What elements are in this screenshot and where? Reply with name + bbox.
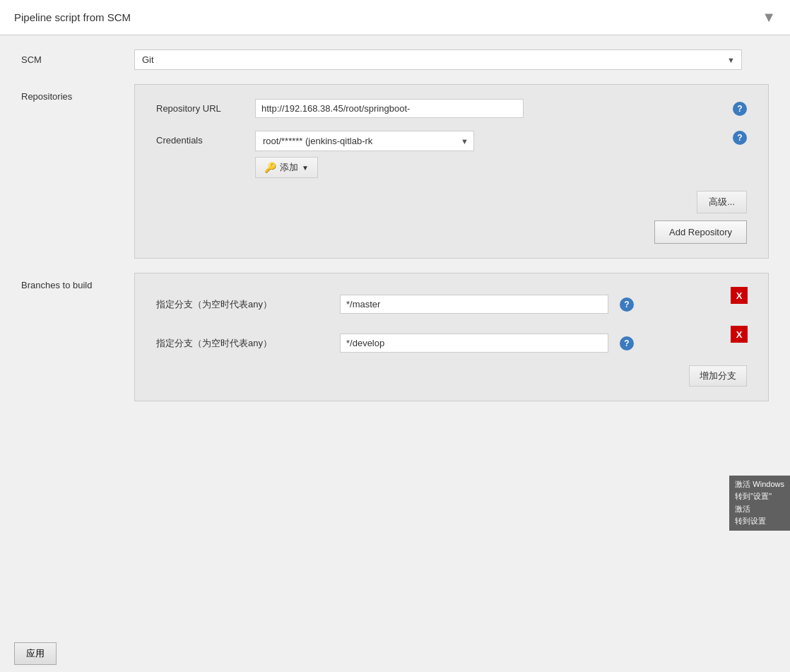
scm-row: SCM Git [21,49,769,70]
credentials-inner: root/****** (jenkins-qitlab-rk 🔑 添加 ▼ [255,131,727,178]
branch1-input-wrap: ? [340,295,747,314]
branch2-input-wrap: ? [340,334,747,353]
repositories-section-content: Repository URL ? Credentials root/******… [134,84,769,259]
branch2-row: 指定分支（为空时代表any） ? [156,334,747,353]
watermark-line3: 激活 [735,503,784,516]
repositories-label: Repositories [21,84,134,102]
apply-button[interactable]: 应用 [14,642,57,665]
credentials-field: root/****** (jenkins-qitlab-rk 🔑 添加 ▼ [255,131,727,178]
dropdown-arrow-icon: ▼ [302,164,309,172]
branch1-help-icon[interactable]: ? [620,297,634,312]
pipeline-label: Pipeline script from SCM [14,11,131,23]
credentials-label: Credentials [156,131,255,146]
repo-buttons-row: 高级... Add Repository [156,191,747,244]
credentials-row: Credentials root/****** (jenkins-qitlab-… [156,131,747,178]
scm-select-wrap: Git [134,49,769,70]
add-credentials-button[interactable]: 🔑 添加 ▼ [255,157,318,178]
advanced-button[interactable]: 高级... [697,191,747,213]
branch2-field-label: 指定分支（为空时代表any） [156,337,340,350]
repo-url-row: Repository URL ? [156,99,747,118]
repo-url-input[interactable] [255,99,524,118]
watermark-overlay: 激活 Windows 转到"设置" 激活 转到设置 [729,476,790,531]
branch2-container: X 指定分支（为空时代表any） ? [156,326,747,353]
add-credentials-wrap: 🔑 添加 ▼ [255,155,727,178]
branch2-input[interactable] [340,334,608,353]
scm-select[interactable]: Git [134,49,742,70]
bottom-bar: 应用 [0,635,71,672]
add-repository-button[interactable]: Add Repository [654,220,747,244]
scm-select-wrapper: Git [134,49,742,70]
branch1-row: 指定分支（为空时代表any） ? [156,295,747,314]
add-button-label: 添加 [280,161,298,174]
repositories-section-row: Repositories Repository URL ? Credential… [21,84,769,259]
branch2-close-button[interactable]: X [731,326,748,343]
watermark-line4: 转到设置 [735,515,784,528]
add-branch-row: 增加分支 [156,365,747,387]
branch1-input[interactable] [340,295,608,314]
branches-label: Branches to build [21,273,134,290]
branch1-container: X 指定分支（为空时代表any） ? [156,288,747,314]
content-area: SCM Git Repositories Repository URL ? C [0,35,790,430]
watermark-line1: 激活 Windows [735,478,784,491]
add-branch-button[interactable]: 增加分支 [689,365,747,387]
credentials-help-icon[interactable]: ? [733,131,747,145]
key-icon: 🔑 [264,162,276,173]
repo-url-help-icon[interactable]: ? [733,102,747,116]
branch1-field-label: 指定分支（为空时代表any） [156,298,340,311]
branches-section-row: Branches to build X 指定分支（为空时代表any） ? X 指… [21,273,769,401]
repo-url-field [255,99,727,118]
branch2-help-icon[interactable]: ? [620,336,634,350]
watermark-line2: 转到"设置" [735,490,784,503]
credentials-select-wrapper: root/****** (jenkins-qitlab-rk [255,131,474,151]
credentials-select-wrap: root/****** (jenkins-qitlab-rk [255,131,727,151]
repo-url-label: Repository URL [156,103,255,114]
branches-section-content: X 指定分支（为空时代表any） ? X 指定分支（为空时代表any） ? [134,273,769,401]
header-bar: Pipeline script from SCM ▼ [0,0,790,35]
credentials-select[interactable]: root/****** (jenkins-qitlab-rk [255,131,474,151]
scm-label: SCM [21,54,134,65]
branch1-close-button[interactable]: X [731,287,748,304]
